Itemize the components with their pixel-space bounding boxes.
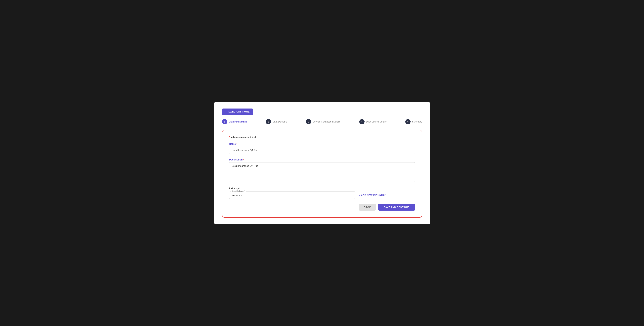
step-1-circle: 1 (222, 119, 227, 124)
step-4-circle: 4 (359, 119, 364, 124)
step-3-label: Service Connection Details (313, 120, 340, 123)
industry-section: Industry* Select Industry * Insurance Fi… (229, 187, 415, 199)
industry-select-wrapper: Select Industry * Insurance Finance Heal… (229, 191, 355, 199)
step-1-label: Data Pod Details (229, 120, 247, 123)
industry-label: Industry* (229, 187, 415, 190)
step-connector-2 (290, 122, 304, 122)
step-5-circle: 5 (405, 119, 410, 124)
name-input[interactable] (229, 147, 415, 154)
add-new-industry-button[interactable]: + ADD NEW INDUSTRY (359, 194, 386, 196)
step-5-label: Summary (412, 120, 422, 123)
step-2: 2 Data Domains (266, 119, 287, 124)
required-note-text: Indicates a required field (231, 136, 256, 138)
datapods-home-button[interactable]: ← DATAPODS HOME (222, 109, 253, 115)
step-4-label: Data Source Details (366, 120, 386, 123)
step-2-circle: 2 (266, 119, 271, 124)
back-button[interactable]: BACK (359, 204, 376, 211)
industry-select[interactable]: Insurance Finance Healthcare Technology (229, 191, 355, 199)
page-container: ← DATAPODS HOME 1 Data Pod Details 2 Dat… (214, 102, 430, 224)
description-field-group: Description * (229, 158, 415, 183)
name-field-group: Name * (229, 143, 415, 154)
step-2-label: Data Domains (272, 120, 287, 123)
step-connector-4 (389, 122, 403, 122)
step-connector-1 (250, 122, 263, 122)
description-label: Description * (229, 158, 415, 161)
name-label: Name * (229, 143, 415, 145)
action-row: BACK SAVE AND CONTINUE (229, 204, 415, 211)
step-3-circle: 3 (306, 119, 311, 124)
step-3: 3 Service Connection Details (306, 119, 340, 124)
step-5: 5 Summary (405, 119, 422, 124)
save-and-continue-button[interactable]: SAVE AND CONTINUE (378, 204, 415, 211)
required-star: * (229, 136, 230, 138)
description-textarea[interactable] (229, 162, 415, 182)
stepper: 1 Data Pod Details 2 Data Domains 3 Serv… (222, 119, 422, 124)
industry-row: Select Industry * Insurance Finance Heal… (229, 191, 415, 199)
step-1: 1 Data Pod Details (222, 119, 247, 124)
required-note: * Indicates a required field (229, 136, 415, 138)
form-card: * Indicates a required field Name * Desc… (222, 130, 422, 218)
step-4: 4 Data Source Details (359, 119, 386, 124)
step-connector-3 (343, 122, 357, 122)
